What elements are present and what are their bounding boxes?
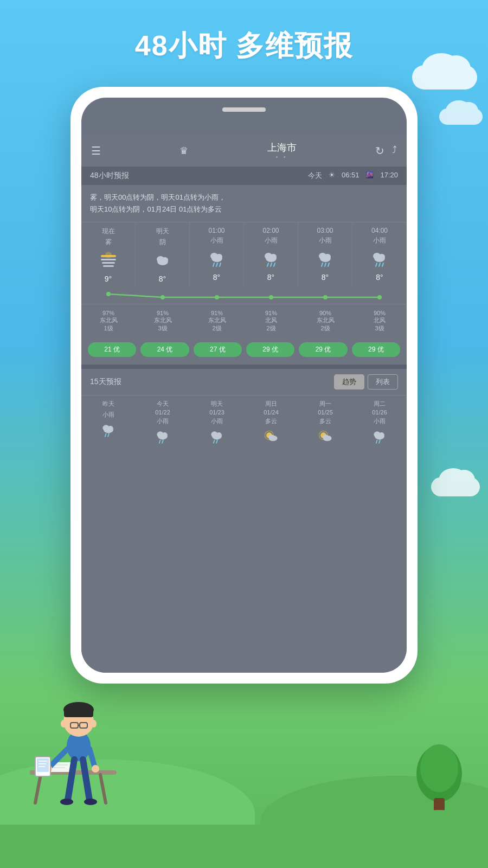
- wind-level-3: 2级: [266, 324, 275, 333]
- svg-line-47: [162, 441, 163, 443]
- page-title: 48小时 多维预报: [0, 27, 488, 65]
- hourly-cond-1: 阴: [159, 238, 166, 247]
- humidity-0: 97%: [102, 310, 114, 316]
- svg-point-34: [215, 295, 219, 299]
- daily-cond-3: 多云: [265, 417, 277, 425]
- hourly-col-4: 03:00 小雨 8°: [298, 222, 352, 288]
- daily-cond-4: 多云: [319, 417, 331, 425]
- humidity-2: 91%: [211, 310, 223, 316]
- svg-line-67: [35, 775, 41, 803]
- svg-point-60: [323, 435, 329, 439]
- phone-inner: ☰ ♛ 上海市 • • ↻ ⤴ 48小时预报 今天 ☀ 06:51 🌆: [81, 98, 407, 673]
- svg-point-16: [270, 254, 277, 259]
- forecast-15d-header: 15天预报 趋势 列表: [81, 369, 407, 395]
- city-display: 上海市 • •: [267, 141, 297, 160]
- hourly-temp-2: 8°: [213, 273, 220, 282]
- wind-level-5: 3级: [375, 324, 384, 333]
- hourly-time-0: 现在: [102, 227, 115, 236]
- hourly-cond-2: 小雨: [210, 236, 223, 245]
- character-illustration: [14, 662, 133, 825]
- hourly-temp-0: 9°: [105, 275, 112, 283]
- daily-col-3: 周日 01/24 多云: [244, 395, 298, 456]
- hourly-time-5: 04:00: [371, 227, 388, 234]
- sunrise-icon: ☀: [329, 171, 335, 181]
- refresh-icon[interactable]: ↻: [375, 144, 384, 157]
- daily-icon-3: [262, 429, 280, 448]
- hourly-cond-4: 小雨: [319, 236, 332, 245]
- hourly-icon-5: [370, 249, 389, 269]
- svg-line-24: [325, 263, 326, 266]
- hourly-forecast-grid: 现在 雾 9°: [81, 222, 407, 288]
- hourly-cond-0: 雾: [105, 238, 112, 247]
- svg-point-32: [106, 292, 111, 296]
- hourly-temp-4: 8°: [322, 273, 329, 282]
- phone-frame: ☰ ♛ 上海市 • • ↻ ⤴ 48小时预报 今天 ☀ 06:51 🌆: [70, 87, 418, 684]
- svg-point-35: [269, 295, 273, 299]
- wind-col-4: 90% 东北风 2级: [298, 308, 352, 335]
- daily-date-2: 01/23: [209, 409, 224, 416]
- hourly-temp-5: 8°: [376, 273, 383, 282]
- tab-list[interactable]: 列表: [368, 374, 398, 390]
- svg-rect-75: [64, 710, 93, 717]
- sunset-time: 17:20: [380, 171, 398, 181]
- wind-dir-2: 东北风: [208, 316, 226, 324]
- forecast-tab-group: 趋势 列表: [334, 374, 398, 390]
- hourly-icon-2: [207, 249, 227, 269]
- svg-line-29: [376, 263, 377, 266]
- sunrise-time: 06:51: [342, 171, 359, 181]
- hourly-col-5: 04:00 小雨 8°: [352, 222, 407, 288]
- svg-rect-1: [101, 259, 116, 260]
- hourly-col-3: 02:00 小雨 8°: [244, 222, 298, 288]
- svg-point-22: [324, 254, 331, 259]
- crown-icon[interactable]: ♛: [179, 145, 188, 157]
- svg-line-30: [379, 263, 380, 266]
- wind-col-5: 90% 北风 3级: [352, 308, 407, 335]
- daily-col-1: 今天 01/22 小雨: [136, 395, 190, 456]
- tab-trend[interactable]: 趋势: [334, 374, 364, 390]
- svg-line-65: [379, 441, 380, 443]
- wind-level-4: 2级: [320, 324, 330, 333]
- menu-icon[interactable]: ☰: [91, 144, 101, 157]
- share-icon[interactable]: ⤴: [392, 144, 397, 157]
- svg-point-97: [420, 810, 458, 817]
- wind-col-1: 91% 东北风 3级: [136, 308, 190, 335]
- wind-dir-0: 东北风: [100, 316, 118, 324]
- daily-cond-1: 小雨: [157, 417, 169, 425]
- aqi-badge-1: 24 优: [140, 342, 189, 357]
- hourly-col-1: 明天 阴 8°: [136, 222, 190, 288]
- hourly-time-1: 明天: [156, 227, 169, 236]
- daily-date-3: 01/24: [264, 409, 279, 416]
- daily-col-4: 周一 01/25 多云: [298, 395, 352, 456]
- daily-day-3: 周日: [265, 400, 277, 408]
- svg-point-45: [162, 432, 168, 437]
- daily-cond-2: 小雨: [211, 417, 223, 425]
- svg-point-36: [323, 295, 328, 299]
- hourly-icon-4: [316, 249, 335, 269]
- wind-dir-1: 东北风: [154, 316, 172, 324]
- svg-line-51: [214, 441, 215, 443]
- svg-line-17: [267, 263, 268, 266]
- humidity-3: 91%: [265, 310, 277, 316]
- svg-rect-3: [103, 265, 114, 267]
- wind-level-0: 1级: [104, 324, 113, 333]
- city-name: 上海市: [267, 141, 297, 154]
- wind-dir-5: 北风: [374, 316, 386, 324]
- cloud-right-mid: [439, 108, 483, 125]
- today-label: 今天: [308, 171, 322, 181]
- svg-point-56: [268, 435, 274, 439]
- svg-line-13: [220, 263, 221, 266]
- daily-cond-0: 小雨: [102, 411, 114, 419]
- svg-rect-90: [37, 758, 49, 772]
- svg-line-11: [213, 263, 214, 266]
- hourly-cond-3: 小雨: [265, 236, 278, 245]
- wind-col-3: 91% 北风 2级: [244, 308, 298, 335]
- daily-day-4: 周一: [319, 400, 331, 408]
- daily-icon-5: [371, 429, 388, 448]
- app-content: ☰ ♛ 上海市 • • ↻ ⤴ 48小时预报 今天 ☀ 06:51 🌆: [81, 135, 407, 673]
- daily-day-2: 明天: [211, 400, 223, 408]
- hourly-col-0: 现在 雾 9°: [81, 222, 136, 288]
- daily-date-1: 01/22: [155, 409, 170, 416]
- svg-line-25: [328, 263, 329, 266]
- header-icons-right: ↻ ⤴: [375, 144, 397, 157]
- tree-illustration: [412, 741, 466, 819]
